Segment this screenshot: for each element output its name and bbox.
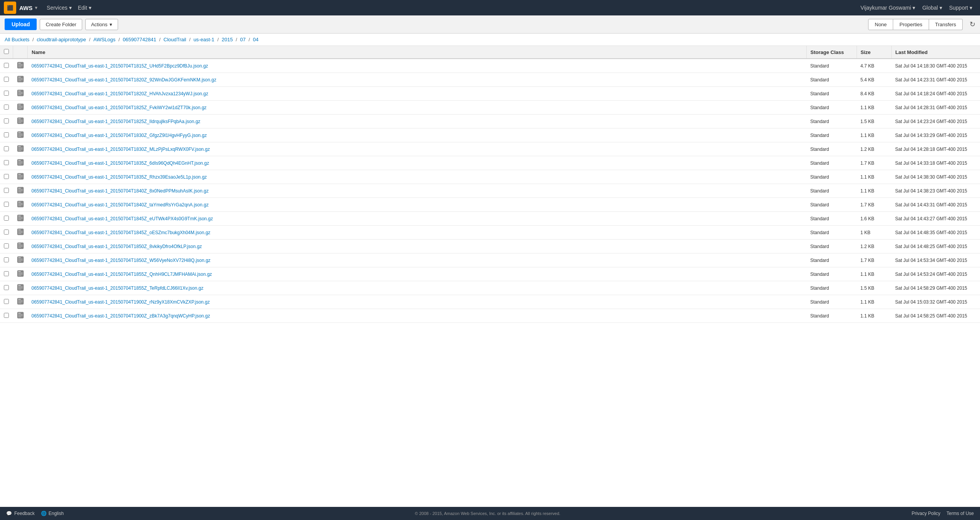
- col-header-name[interactable]: Name: [28, 46, 807, 59]
- row-checkbox[interactable]: [4, 63, 9, 68]
- row-checkbox[interactable]: [4, 271, 9, 276]
- row-file-name[interactable]: 065907742841_CloudTrail_us-east-1_201507…: [28, 101, 807, 115]
- row-file-name[interactable]: 065907742841_CloudTrail_us-east-1_201507…: [28, 156, 807, 170]
- breadcrumb-year[interactable]: 2015: [221, 37, 233, 42]
- refresh-button[interactable]: ↻: [970, 20, 975, 29]
- view-properties-button[interactable]: Properties: [893, 19, 929, 30]
- svg-rect-56: [18, 206, 21, 206]
- row-file-name[interactable]: 065907742841_CloudTrail_us-east-1_201507…: [28, 170, 807, 184]
- row-file-name[interactable]: 065907742841_CloudTrail_us-east-1_201507…: [28, 267, 807, 281]
- file-name-link[interactable]: 065907742841_CloudTrail_us-east-1_201507…: [32, 91, 208, 96]
- nav-edit[interactable]: Edit ▾: [76, 5, 94, 11]
- file-name-link[interactable]: 065907742841_CloudTrail_us-east-1_201507…: [32, 202, 209, 208]
- row-checkbox[interactable]: [4, 285, 9, 290]
- actions-button[interactable]: Actions ▾: [85, 19, 118, 30]
- row-checkbox[interactable]: [4, 230, 9, 235]
- file-name-link[interactable]: 065907742841_CloudTrail_us-east-1_201507…: [32, 63, 208, 69]
- file-name-link[interactable]: 065907742841_CloudTrail_us-east-1_201507…: [32, 244, 202, 249]
- row-checkbox[interactable]: [4, 77, 9, 82]
- row-file-name[interactable]: 065907742841_CloudTrail_us-east-1_201507…: [28, 73, 807, 87]
- row-size: 1.1 KB: [857, 170, 891, 184]
- row-checkbox[interactable]: [4, 243, 9, 248]
- nav-user[interactable]: Vijaykumar Goswami ▾: [858, 5, 917, 11]
- file-name-link[interactable]: 065907742841_CloudTrail_us-east-1_201507…: [32, 119, 201, 124]
- file-name-link[interactable]: 065907742841_CloudTrail_us-east-1_201507…: [32, 105, 207, 110]
- breadcrumb-bucket[interactable]: cloudtrail-apiprototype: [37, 37, 86, 42]
- nav-services[interactable]: Services ▾: [44, 5, 74, 11]
- row-checkbox[interactable]: [4, 160, 9, 165]
- file-name-link[interactable]: 065907742841_CloudTrail_us-east-1_201507…: [32, 272, 212, 277]
- col-header-storage[interactable]: Storage Class: [806, 46, 857, 59]
- language-selector[interactable]: 🌐 English: [41, 511, 64, 516]
- row-checkbox[interactable]: [4, 91, 9, 96]
- file-name-link[interactable]: 065907742841_CloudTrail_us-east-1_201507…: [32, 188, 209, 194]
- select-all-checkbox[interactable]: [4, 49, 9, 54]
- svg-rect-4: [18, 64, 23, 65]
- row-file-name[interactable]: 065907742841_CloudTrail_us-east-1_201507…: [28, 309, 807, 323]
- row-file-name[interactable]: 065907742841_CloudTrail_us-east-1_201507…: [28, 59, 807, 73]
- file-name-link[interactable]: 065907742841_CloudTrail_us-east-1_201507…: [32, 77, 216, 83]
- col-header-size[interactable]: Size: [857, 46, 891, 59]
- row-checkbox[interactable]: [4, 313, 9, 318]
- feedback-button[interactable]: 💬 Feedback: [6, 511, 35, 516]
- breadcrumb-awslogs[interactable]: AWSLogs: [93, 37, 115, 42]
- file-name-link[interactable]: 065907742841_CloudTrail_us-east-1_201507…: [32, 133, 207, 138]
- file-name-link[interactable]: 065907742841_CloudTrail_us-east-1_201507…: [32, 160, 210, 166]
- file-icon: [17, 203, 24, 209]
- file-name-link[interactable]: 065907742841_CloudTrail_us-east-1_201507…: [32, 299, 210, 305]
- svg-rect-61: [18, 219, 21, 220]
- row-checkbox[interactable]: [4, 299, 9, 304]
- row-checkbox[interactable]: [4, 132, 9, 137]
- toolbar: Upload Create Folder Actions ▾ None Prop…: [0, 15, 980, 34]
- view-transfers-button[interactable]: Transfers: [929, 19, 963, 30]
- row-checkbox[interactable]: [4, 188, 9, 193]
- row-file-name[interactable]: 065907742841_CloudTrail_us-east-1_201507…: [28, 128, 807, 142]
- row-file-name[interactable]: 065907742841_CloudTrail_us-east-1_201507…: [28, 240, 807, 253]
- row-checkbox[interactable]: [4, 146, 9, 151]
- file-name-link[interactable]: 065907742841_CloudTrail_us-east-1_201507…: [32, 285, 204, 291]
- col-header-modified[interactable]: Last Modified: [891, 46, 980, 59]
- svg-rect-73: [18, 257, 21, 258]
- file-name-link[interactable]: 065907742841_CloudTrail_us-east-1_201507…: [32, 258, 211, 263]
- nav-region[interactable]: Global ▾: [920, 5, 944, 11]
- row-file-name[interactable]: 065907742841_CloudTrail_us-east-1_201507…: [28, 212, 807, 226]
- row-file-icon-cell: [13, 309, 28, 323]
- row-file-name[interactable]: 065907742841_CloudTrail_us-east-1_201507…: [28, 115, 807, 128]
- file-name-link[interactable]: 065907742841_CloudTrail_us-east-1_201507…: [32, 216, 213, 221]
- file-name-link[interactable]: 065907742841_CloudTrail_us-east-1_201507…: [32, 230, 211, 235]
- svg-rect-58: [18, 216, 21, 216]
- breadcrumb-day[interactable]: 04: [253, 37, 259, 42]
- row-checkbox[interactable]: [4, 118, 9, 123]
- row-file-name[interactable]: 065907742841_CloudTrail_us-east-1_201507…: [28, 253, 807, 267]
- row-checkbox[interactable]: [4, 105, 9, 110]
- row-file-name[interactable]: 065907742841_CloudTrail_us-east-1_201507…: [28, 184, 807, 198]
- row-file-name[interactable]: 065907742841_CloudTrail_us-east-1_201507…: [28, 295, 807, 309]
- file-name-link[interactable]: 065907742841_CloudTrail_us-east-1_201507…: [32, 313, 210, 319]
- create-folder-button[interactable]: Create Folder: [40, 19, 82, 30]
- row-file-name[interactable]: 065907742841_CloudTrail_us-east-1_201507…: [28, 87, 807, 101]
- breadcrumb-account[interactable]: 065907742841: [123, 37, 156, 42]
- file-name-link[interactable]: 065907742841_CloudTrail_us-east-1_201507…: [32, 147, 210, 152]
- copyright-text: © 2008 - 2015, Amazon Web Services, Inc.…: [415, 511, 560, 516]
- upload-button[interactable]: Upload: [5, 19, 37, 30]
- breadcrumb-cloudtrail[interactable]: CloudTrail: [164, 37, 186, 42]
- row-checkbox[interactable]: [4, 257, 9, 262]
- row-checkbox[interactable]: [4, 174, 9, 179]
- terms-of-use-link[interactable]: Terms of Use: [946, 511, 974, 516]
- row-file-name[interactable]: 065907742841_CloudTrail_us-east-1_201507…: [28, 142, 807, 156]
- row-file-name[interactable]: 065907742841_CloudTrail_us-east-1_201507…: [28, 281, 807, 295]
- view-none-button[interactable]: None: [868, 19, 893, 30]
- breadcrumb-all-buckets[interactable]: All Buckets: [5, 37, 29, 42]
- nav-support[interactable]: Support ▾: [947, 5, 975, 11]
- row-checkbox[interactable]: [4, 216, 9, 221]
- file-name-link[interactable]: 065907742841_CloudTrail_us-east-1_201507…: [32, 174, 207, 180]
- breadcrumb-region[interactable]: us-east-1: [193, 37, 214, 42]
- row-file-name[interactable]: 065907742841_CloudTrail_us-east-1_201507…: [28, 198, 807, 212]
- row-file-name[interactable]: 065907742841_CloudTrail_us-east-1_201507…: [28, 226, 807, 240]
- svg-rect-94: [18, 314, 23, 315]
- row-checkbox[interactable]: [4, 202, 9, 207]
- privacy-policy-link[interactable]: Privacy Policy: [912, 511, 941, 516]
- svg-rect-30: [18, 135, 23, 135]
- row-file-icon-cell: [13, 281, 28, 295]
- breadcrumb-month[interactable]: 07: [240, 37, 245, 42]
